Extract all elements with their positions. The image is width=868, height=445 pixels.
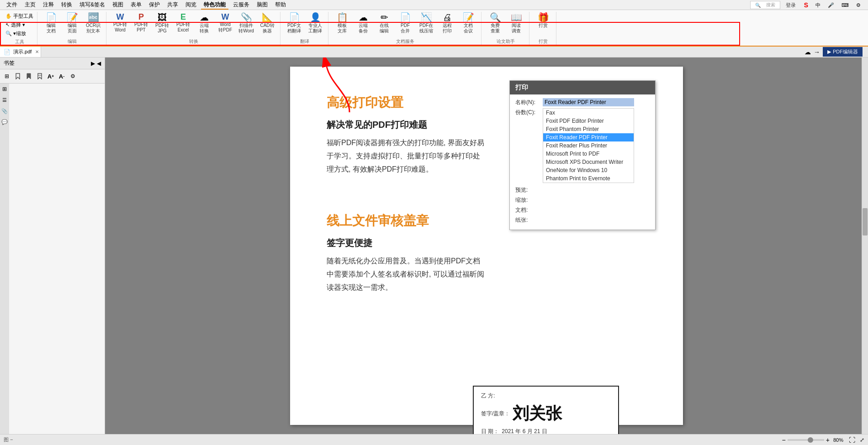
- menu-fillsign[interactable]: 填写&签名: [77, 0, 108, 10]
- edit-page-btn[interactable]: 📝 编辑页面: [62, 12, 82, 35]
- translate-group-items: 📄 PDF文档翻译 👤 专业人工翻译: [284, 12, 325, 37]
- search-box[interactable]: 🔍 搜索: [750, 1, 780, 9]
- sidebar-tool-settings[interactable]: ⚙: [68, 71, 78, 81]
- remote-print-btn[interactable]: 🖨 远程打印: [437, 12, 457, 35]
- pdf-to-ppt-btn[interactable]: P PDF转PPT: [131, 12, 151, 34]
- select-tool[interactable]: ↖ 选择 ▾: [4, 21, 35, 29]
- word-to-pdf-btn[interactable]: W Word转PDF: [215, 12, 235, 34]
- printer-foxit-phantom[interactable]: Foxit Phantom Printer: [543, 125, 634, 133]
- print-name-value: [543, 98, 650, 106]
- doc-tab[interactable]: 📄 演示.pdf ✕: [0, 47, 41, 57]
- print-copies-value: Fax Foxit PDF Editor Printer Foxit Phant…: [543, 108, 650, 183]
- template-icon: 📋: [337, 13, 348, 22]
- sidebar-tool-bookmark3[interactable]: [35, 71, 45, 81]
- menu-share[interactable]: 共享: [164, 0, 181, 10]
- scan-to-word-btn[interactable]: 📎 扫描件转Word: [236, 12, 256, 35]
- sidebar-expand-icon[interactable]: ▶: [91, 60, 95, 67]
- scrollbar-vertical[interactable]: [862, 58, 868, 434]
- edit-doc-btn[interactable]: 📄 编辑文档: [41, 12, 61, 35]
- printer-foxit-plus[interactable]: Foxit Reader Plus Printer: [543, 141, 634, 150]
- convert-pdf-btn[interactable]: ☁ 云端转换: [194, 12, 214, 35]
- menu-cloud[interactable]: 云服务: [230, 0, 252, 10]
- pdf-word-icon: W: [116, 13, 124, 21]
- online-edit-btn[interactable]: ✏ 在线编辑: [374, 12, 394, 35]
- sig-date-row: 日 期： 2021 年 6 月 21 日: [481, 428, 611, 434]
- section1: 高级打印设置 解决常见的PDF打印难题 福昕PDF阅读器拥有强大的打印功能, 界…: [327, 94, 646, 189]
- print-name-input[interactable]: [543, 98, 634, 106]
- zoom-label: ▾缩放: [13, 30, 26, 37]
- fit-icon[interactable]: ⛶: [849, 436, 855, 444]
- menu-view2[interactable]: 阅览: [183, 0, 199, 10]
- menu-help[interactable]: 帮助: [272, 0, 289, 10]
- sidebar-tool-font-up[interactable]: A+: [46, 71, 56, 81]
- doc-services-items: 📋 模板文库 ☁ 云端备份 ✏ 在线编辑 📄 PDF合并 📉 PDF在: [332, 12, 478, 37]
- pdf-compress-btn[interactable]: 📉 PDF在线压缩: [416, 12, 436, 35]
- cad-converter-btn[interactable]: 📐 CAD转换器: [257, 12, 277, 35]
- sidebar-icon-1[interactable]: ⊞: [1, 85, 8, 93]
- pdf-to-excel-btn[interactable]: E PDF转Excel: [173, 12, 193, 34]
- pdf-editor-btn[interactable]: ▶ PDF编辑器: [823, 47, 863, 57]
- read-survey-btn[interactable]: 📖 阅读调查: [506, 12, 526, 35]
- print-paper-label: 纸张:: [515, 216, 543, 224]
- sidebar-tool-add[interactable]: ⊞: [2, 71, 12, 81]
- tab-bar: 📄 演示.pdf ✕ ☁ → ▶ PDF编辑器: [0, 47, 868, 58]
- sidebar-close-icon[interactable]: ◀: [97, 60, 101, 67]
- convert-pdf-label: 云端转换: [200, 23, 209, 34]
- zoom-minus-btn[interactable]: −: [782, 436, 786, 444]
- doc-meeting-btn[interactable]: 📝 文档会议: [458, 12, 478, 35]
- zoom-value: 80%: [833, 437, 843, 443]
- print-paper-row: 纸张:: [515, 216, 650, 224]
- menu-mindmap[interactable]: 脑图: [254, 0, 270, 10]
- printer-foxit-editor[interactable]: Foxit PDF Editor Printer: [543, 117, 634, 125]
- cloud-backup-btn[interactable]: ☁ 云端备份: [353, 12, 373, 35]
- remote-print-label: 远程打印: [443, 23, 452, 34]
- printer-ms-pdf[interactable]: Microsoft Print to PDF: [543, 150, 634, 158]
- menu-home[interactable]: 主页: [22, 0, 38, 10]
- pdf-merge-btn[interactable]: 📄 PDF合并: [395, 12, 415, 35]
- sidebar-tool-bookmark1[interactable]: [13, 71, 23, 81]
- menu-view[interactable]: 视图: [110, 0, 126, 10]
- free-check-btn[interactable]: 🔍 免费查重: [485, 12, 505, 35]
- reward-group-items: 🎁 打赏: [533, 12, 553, 37]
- printer-foxit-reader[interactable]: Foxit Reader PDF Printer: [543, 133, 634, 141]
- sidebar-tool-bookmark2[interactable]: [24, 71, 34, 81]
- sidebar-icon-2[interactable]: ☰: [1, 96, 8, 104]
- printer-fax[interactable]: Fax: [543, 109, 634, 117]
- pro-translate-btn[interactable]: 👤 专业人工翻译: [305, 12, 325, 35]
- menu-protect[interactable]: 保护: [146, 0, 163, 10]
- section1-title: 高级打印设置: [327, 94, 487, 111]
- ocr-btn[interactable]: 🔤 OCR识别文本: [83, 12, 103, 35]
- menu-convert[interactable]: 转换: [58, 0, 75, 10]
- hand-tool[interactable]: ✋ 手型工具: [4, 12, 35, 21]
- pdf-translate-btn[interactable]: 📄 PDF文档翻译: [284, 12, 304, 35]
- top-right-icons: S 中 🎤 ⌨ ⚙: [801, 0, 863, 10]
- zoom-slider[interactable]: [788, 439, 824, 441]
- status-bar: 图 − − + 80% ⛶ ⤢: [0, 434, 868, 445]
- menu-form[interactable]: 表单: [128, 0, 144, 10]
- reward-btn[interactable]: 🎁 打赏: [533, 12, 553, 29]
- sidebar-icon-4[interactable]: 💬: [1, 118, 8, 126]
- printer-phantom-evernote[interactable]: Phantom Print to Evernote: [543, 174, 634, 183]
- scrollbar-thumb[interactable]: [863, 208, 868, 236]
- login-button[interactable]: 登录: [783, 1, 799, 10]
- fullscreen-icon[interactable]: ⤢: [860, 437, 864, 443]
- pdf-to-jpg-btn[interactable]: 🖼 PDF转JPG: [152, 12, 172, 35]
- edit-group-label: 编辑: [41, 37, 103, 45]
- ribbon-content: ✋ 手型工具 ↖ 选择 ▾ 🔍 ▾缩放 工具 📄 编辑文档 📝: [0, 10, 868, 46]
- zoom-tool[interactable]: 🔍 ▾缩放: [4, 29, 35, 38]
- printer-onenote[interactable]: OneNote for Windows 10: [543, 166, 634, 174]
- sidebar-panel: ⊞ ☰ 📎 💬: [0, 84, 105, 434]
- template-btn[interactable]: 📋 模板文库: [332, 12, 352, 35]
- doc-tab-close[interactable]: ✕: [35, 49, 39, 54]
- menu-file[interactable]: 文件: [4, 0, 20, 10]
- sidebar-icon-3[interactable]: 📎: [1, 107, 8, 115]
- pdf-to-word-btn[interactable]: W PDF转Word: [110, 12, 130, 34]
- zoom-thumb[interactable]: [808, 437, 813, 443]
- print-preview-label: 预览:: [515, 186, 543, 194]
- menu-comment[interactable]: 注释: [40, 0, 57, 10]
- zoom-plus-btn[interactable]: +: [826, 436, 830, 444]
- sidebar-tool-font-down[interactable]: A-: [57, 71, 67, 81]
- sidebar-toolbar: ⊞ A+ A- ⚙: [0, 69, 105, 84]
- printer-ms-xps[interactable]: Microsoft XPS Document Writer: [543, 158, 634, 166]
- menu-special[interactable]: 特色功能: [201, 0, 228, 10]
